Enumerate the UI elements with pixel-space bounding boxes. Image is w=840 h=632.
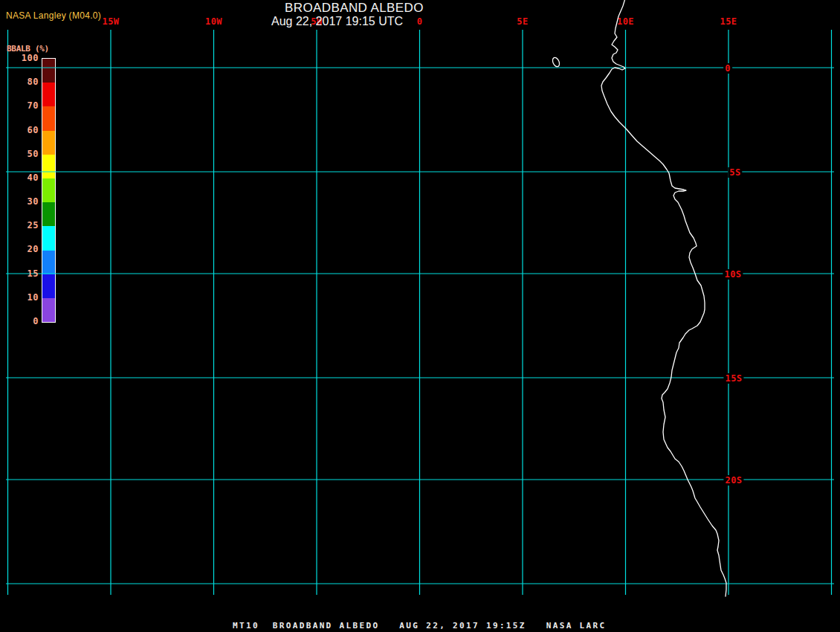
colorbar-segment-7 — [42, 226, 55, 250]
map-subtitle: Aug 22, 2017 19:15 UTC — [271, 15, 403, 28]
colorbar-segment-5 — [42, 178, 55, 202]
colorbar-tick-20: 20 — [0, 244, 39, 254]
map-title: BROADBAND ALBEDO — [285, 1, 424, 16]
colorbar-segment-3 — [42, 131, 55, 155]
colorbar-segment-8 — [42, 251, 55, 274]
right-axis-labels: 05S10S15S20S — [0, 0, 840, 632]
latitude-label-5S: 5S — [728, 167, 742, 178]
colorbar-tick-10: 10 — [0, 292, 39, 303]
colorbar-segment-9 — [42, 274, 55, 298]
colorbar-tick-60: 60 — [0, 125, 39, 135]
colorbar-tick-100: 100 — [0, 53, 39, 63]
colorbar-tick-30: 30 — [0, 196, 39, 207]
map-grid-svg — [0, 0, 840, 632]
coastline — [601, 0, 726, 596]
longitude-label-15E: 15E — [720, 17, 737, 27]
island-outline — [552, 57, 561, 68]
latitude-label-15S: 15S — [723, 373, 743, 384]
colorbar-tick-50: 50 — [0, 149, 39, 159]
colorbar-segment-4 — [42, 155, 55, 178]
colorbar-tick-40: 40 — [0, 172, 39, 183]
colorbar-segment-6 — [42, 202, 55, 226]
colorbar-bar — [42, 58, 56, 323]
colorbar-segment-1 — [42, 83, 55, 106]
colorbar-tick-80: 80 — [0, 77, 39, 87]
colorbar-ticks: 100807060504030252015100 — [0, 58, 39, 321]
latitude-label-10S: 10S — [723, 269, 743, 280]
top-axis-labels: 15W10W5W05E10E15E — [0, 0, 840, 632]
colorbar-tick-70: 70 — [0, 100, 39, 111]
nasa-credit: NASA Langley (M04.0) — [6, 10, 101, 21]
colorbar-segment-0 — [42, 59, 55, 83]
colorbar-tick-25: 25 — [0, 220, 39, 230]
colorbar-tick-0: 0 — [0, 316, 39, 326]
longitude-label-0: 0 — [417, 17, 423, 27]
latitude-label-20S: 20S — [723, 475, 743, 486]
footer-caption: MT10 BROADBAND ALBEDO AUG 22, 2017 19:15… — [233, 621, 606, 631]
colorbar-segment-2 — [42, 106, 55, 130]
longitude-label-15W: 15W — [102, 17, 119, 27]
longitude-label-10E: 10E — [617, 17, 634, 27]
colorbar-tick-15: 15 — [0, 268, 39, 279]
longitude-label-10W: 10W — [205, 17, 222, 27]
latitude-label-0: 0 — [723, 63, 732, 74]
colorbar-segment-10 — [42, 298, 55, 322]
albedo-map-viewport: NASA Langley (M04.0) BROADBAND ALBEDO Au… — [0, 0, 840, 632]
longitude-label-5E: 5E — [517, 17, 528, 27]
